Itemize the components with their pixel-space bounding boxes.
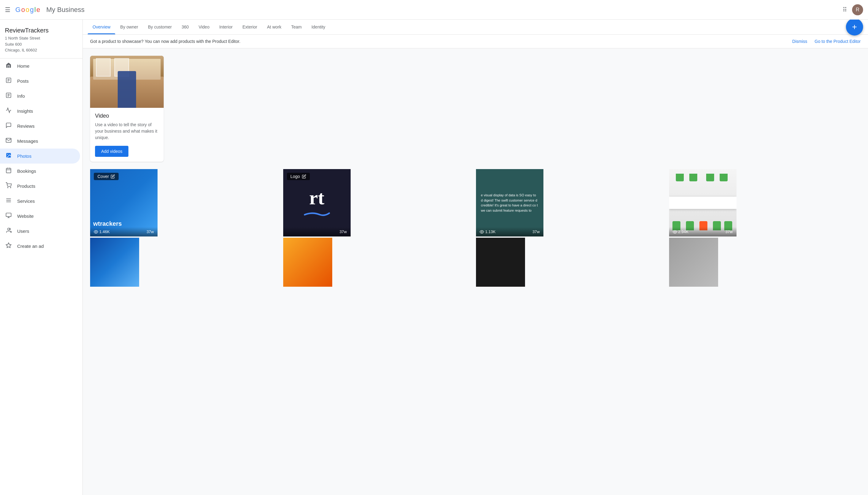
sidebar-item-posts[interactable]: Posts bbox=[0, 73, 80, 88]
photo-cell-office-review[interactable]: e visual display of data is SO easy to d… bbox=[476, 169, 544, 237]
sidebar-item-services[interactable]: Services bbox=[0, 193, 80, 209]
chairs-time: 37w bbox=[725, 229, 733, 234]
tab-by-owner[interactable]: By owner bbox=[115, 20, 143, 34]
g-red2: e bbox=[36, 6, 40, 14]
header-left: ☰ Google My Business bbox=[5, 6, 85, 14]
g-green: l bbox=[34, 6, 36, 14]
banner-text: Got a product to showcase? You can now a… bbox=[90, 39, 785, 44]
website-label: Website bbox=[17, 214, 34, 219]
add-videos-button[interactable]: Add videos bbox=[95, 146, 129, 157]
services-label: Services bbox=[17, 199, 35, 204]
svg-point-29 bbox=[674, 231, 675, 233]
sidebar-item-users[interactable]: Users bbox=[0, 224, 80, 239]
posts-label: Posts bbox=[17, 79, 29, 84]
video-card-desc: Use a video to tell the story of your bu… bbox=[95, 122, 159, 141]
sidebar-item-photos[interactable]: Photos bbox=[0, 149, 80, 164]
svg-point-15 bbox=[11, 187, 11, 188]
sidebar-item-products[interactable]: Products bbox=[0, 178, 80, 193]
cover-wtrackers-text: wtrackers bbox=[93, 220, 122, 227]
products-label: Products bbox=[17, 184, 35, 189]
avatar[interactable]: R bbox=[852, 4, 863, 15]
sidebar-item-insights[interactable]: Insights bbox=[0, 104, 80, 119]
sidebar-item-website[interactable]: Website bbox=[0, 209, 80, 224]
google-logo: Google bbox=[15, 6, 40, 14]
products-icon bbox=[5, 182, 12, 190]
services-icon bbox=[5, 197, 12, 205]
home-icon bbox=[5, 62, 12, 70]
content-area: Overview By owner By customer 360 Video … bbox=[83, 20, 868, 495]
main-layout: ReviewTrackers 1 North State Street Suit… bbox=[0, 20, 868, 495]
photo-cell-dark[interactable] bbox=[476, 238, 525, 287]
photo-cell-logo[interactable]: rt Logo 37w bbox=[283, 169, 351, 237]
tab-interior[interactable]: Interior bbox=[214, 20, 237, 34]
video-thumbnail bbox=[90, 56, 164, 108]
tab-exterior[interactable]: Exterior bbox=[237, 20, 262, 34]
go-to-product-editor-link[interactable]: Go to the Product Editor bbox=[815, 39, 861, 44]
photo-cell-cover[interactable]: wtrackers Cover 1.46K 37w bbox=[90, 169, 157, 237]
rt-logo-text: rt bbox=[309, 188, 324, 208]
svg-point-9 bbox=[7, 154, 8, 155]
logo-stats: 37w bbox=[283, 227, 351, 237]
messages-label: Messages bbox=[17, 138, 38, 144]
tab-video[interactable]: Video bbox=[194, 20, 215, 34]
video-card-title: Video bbox=[95, 113, 159, 119]
hamburger-icon[interactable]: ☰ bbox=[5, 6, 11, 14]
apps-grid-icon[interactable]: ⠿ bbox=[842, 6, 847, 14]
chairs-views: 2.94K bbox=[673, 229, 689, 234]
sidebar: ReviewTrackers 1 North State Street Suit… bbox=[0, 20, 83, 495]
bookings-label: Bookings bbox=[17, 169, 36, 174]
chairs-stats: 2.94K 37w bbox=[669, 227, 736, 237]
photo-cell-chairs[interactable]: 2.94K 37w bbox=[669, 169, 736, 237]
top-header: ☰ Google My Business ⠿ R bbox=[0, 0, 868, 20]
app-name: My Business bbox=[46, 6, 85, 14]
svg-marker-23 bbox=[6, 243, 11, 248]
g-blue2: g bbox=[30, 6, 34, 14]
reviews-label: Reviews bbox=[17, 123, 35, 129]
review-text: e visual display of data is SO easy to d… bbox=[481, 193, 538, 213]
cover-views: 1.46K bbox=[94, 229, 110, 234]
business-name: ReviewTrackers bbox=[5, 27, 78, 34]
bookings-icon bbox=[5, 167, 12, 175]
cover-time: 37w bbox=[147, 229, 154, 234]
sidebar-item-reviews[interactable]: Reviews bbox=[0, 119, 80, 134]
photo-cell-gray[interactable] bbox=[669, 238, 718, 287]
tab-by-customer[interactable]: By customer bbox=[143, 20, 177, 34]
g-blue: G bbox=[15, 6, 20, 14]
insights-icon bbox=[5, 107, 12, 115]
tab-team[interactable]: Team bbox=[286, 20, 306, 34]
tab-overview[interactable]: Overview bbox=[88, 20, 115, 34]
users-label: Users bbox=[17, 228, 29, 234]
sidebar-item-info[interactable]: Info bbox=[0, 88, 80, 104]
logo-time: 37w bbox=[339, 229, 347, 234]
sidebar-item-create-ad[interactable]: Create an ad bbox=[0, 239, 80, 254]
photos-container: Video Use a video to tell the story of y… bbox=[83, 48, 868, 294]
home-label: Home bbox=[17, 64, 30, 69]
sidebar-item-bookings[interactable]: Bookings bbox=[0, 164, 80, 178]
svg-point-28 bbox=[481, 231, 482, 233]
review-text-overlay: e visual display of data is SO easy to d… bbox=[476, 169, 544, 237]
insights-label: Insights bbox=[17, 108, 33, 114]
dismiss-link[interactable]: Dismiss bbox=[792, 39, 807, 44]
photo-cell-blue[interactable] bbox=[90, 238, 139, 287]
create-ad-icon bbox=[5, 242, 12, 250]
office-review-views: 1.13K bbox=[480, 229, 496, 234]
users-icon bbox=[5, 227, 12, 235]
sidebar-item-messages[interactable]: Messages bbox=[0, 134, 80, 149]
messages-icon bbox=[5, 137, 12, 145]
svg-point-22 bbox=[8, 228, 10, 230]
photo-cell-golden[interactable] bbox=[283, 238, 332, 287]
cover-badge: Cover bbox=[94, 173, 119, 180]
tab-at-work[interactable]: At work bbox=[262, 20, 286, 34]
photos-label: Photos bbox=[17, 153, 32, 159]
website-icon bbox=[5, 212, 12, 220]
header-right: ⠿ R bbox=[842, 4, 863, 15]
photos-icon bbox=[5, 152, 12, 160]
sidebar-item-home[interactable]: Home bbox=[0, 58, 80, 73]
add-photo-fab[interactable]: + bbox=[846, 20, 863, 36]
svg-point-27 bbox=[95, 231, 97, 233]
photo-tabs-bar: Overview By owner By customer 360 Video … bbox=[83, 20, 868, 35]
g-red: o bbox=[21, 6, 25, 14]
tab-360[interactable]: 360 bbox=[177, 20, 194, 34]
tab-identity[interactable]: Identity bbox=[306, 20, 330, 34]
product-banner: Got a product to showcase? You can now a… bbox=[83, 35, 868, 48]
